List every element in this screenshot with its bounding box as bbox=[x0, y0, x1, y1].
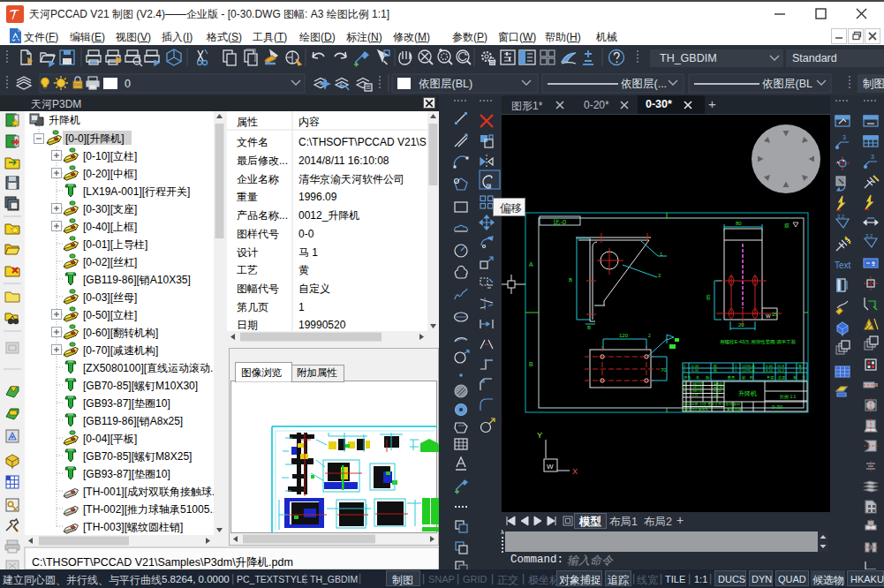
svg-text:[0-0][升降机]: [0-0][升降机] bbox=[65, 132, 125, 145]
svg-text:0-31: 0-31 bbox=[691, 368, 699, 373]
svg-text:数量: 数量 bbox=[728, 375, 735, 380]
svg-text:W: W bbox=[547, 463, 554, 471]
svg-text:3.2: 3.2 bbox=[865, 233, 873, 238]
svg-text:序号: 序号 bbox=[684, 375, 691, 380]
svg-text:[0-30][支座]: [0-30][支座] bbox=[83, 203, 137, 215]
svg-text:称: 称 bbox=[706, 375, 710, 380]
svg-text:[TH-001][成对双联角接触球...]: [TH-001][成对双联角接触球...] bbox=[83, 486, 223, 498]
svg-text:1996.09: 1996.09 bbox=[298, 191, 337, 203]
svg-text:1: 1 bbox=[298, 301, 305, 313]
svg-text:Y: Y bbox=[537, 431, 542, 440]
svg-text:[GB93-87][垫圈10]: [GB93-87][垫圈10] bbox=[83, 397, 170, 410]
svg-text:80: 80 bbox=[736, 221, 742, 226]
svg-text:注: 注 bbox=[802, 375, 806, 380]
svg-text:板: 板 bbox=[713, 368, 717, 373]
svg-text:[0-70][减速机构]: [0-70][减速机构] bbox=[83, 344, 158, 357]
svg-text:[0-03][丝母]: [0-03][丝母] bbox=[83, 291, 137, 304]
svg-text:3: 3 bbox=[871, 154, 874, 160]
svg-text:1: 1 bbox=[872, 260, 875, 267]
svg-text:0-33: 0-33 bbox=[692, 394, 699, 397]
svg-text:产品名称...: 产品名称... bbox=[237, 209, 288, 222]
svg-text:[TH-002][推力球轴承51005...]: [TH-002][推力球轴承51005...] bbox=[83, 503, 222, 516]
svg-text:X: X bbox=[572, 467, 578, 476]
svg-text:制图: 制图 bbox=[863, 78, 884, 90]
svg-text:备: 备 bbox=[793, 375, 797, 380]
svg-text:依图层(...: 依图层(... bbox=[621, 78, 667, 90]
svg-text:附加属性: 附加属性 bbox=[297, 367, 338, 378]
svg-text:[TH-003][螺纹圆柱销]: [TH-003][螺纹圆柱销] bbox=[83, 521, 183, 533]
svg-text:95: 95 bbox=[706, 294, 711, 300]
svg-text:马 1: 马 1 bbox=[298, 246, 318, 259]
svg-text:Standard: Standard bbox=[792, 52, 837, 64]
svg-text:B: B bbox=[569, 277, 572, 283]
svg-text:比例 1:1: 比例 1:1 bbox=[780, 394, 797, 400]
svg-text:8.10: 8.10 bbox=[766, 368, 774, 373]
svg-text:螺钉M10: 螺钉M10 bbox=[714, 386, 725, 389]
svg-text:名: 名 bbox=[696, 375, 699, 380]
svg-text:2014/8/11 16:10:08: 2014/8/11 16:10:08 bbox=[298, 155, 389, 167]
svg-text:GB/T70: GB/T70 bbox=[692, 386, 702, 389]
svg-text:最后修改...: 最后修改... bbox=[237, 155, 288, 167]
svg-text:[0-60][翻转机构]: [0-60][翻转机构] bbox=[83, 327, 158, 339]
svg-text:用螺栓E-43压,用弹性垫圈 调平工装: 用螺栓E-43压,用弹性垫圈 调平工装 bbox=[720, 339, 797, 345]
svg-text:[GB70-85][螺钉M10X30]: [GB70-85][螺钉M10X30] bbox=[83, 380, 198, 392]
svg-text:材: 材 bbox=[741, 375, 746, 381]
svg-text:20: 20 bbox=[738, 322, 744, 328]
svg-text:文件名: 文件名 bbox=[237, 136, 268, 148]
svg-text:C:\THSOFT\PCCAD V21\S: C:\THSOFT\PCCAD V21\S bbox=[298, 136, 427, 148]
svg-text:8: 8 bbox=[684, 389, 685, 393]
svg-text:19990520: 19990520 bbox=[298, 319, 346, 331]
svg-text:企业名称: 企业名称 bbox=[237, 173, 279, 185]
svg-text:70: 70 bbox=[661, 367, 667, 373]
svg-text:2: 2 bbox=[658, 273, 661, 278]
svg-text:升降机: 升降机 bbox=[49, 114, 80, 126]
svg-text:W: W bbox=[766, 313, 771, 319]
svg-text:单重: 单重 bbox=[767, 375, 774, 380]
svg-text:Text: Text bbox=[835, 260, 851, 270]
svg-text:销A10: 销A10 bbox=[713, 389, 722, 393]
svg-text:设计: 设计 bbox=[237, 246, 258, 259]
svg-text:第几页: 第几页 bbox=[237, 301, 268, 313]
svg-text:自定义: 自定义 bbox=[298, 283, 330, 295]
svg-text:比-0: 比-0 bbox=[554, 218, 566, 226]
svg-text:120: 120 bbox=[619, 333, 629, 338]
svg-text:0012_升降机: 0012_升降机 bbox=[298, 209, 359, 222]
svg-text:16.2: 16.2 bbox=[777, 368, 785, 373]
svg-text:2: 2 bbox=[648, 333, 651, 338]
svg-text:总重: 总重 bbox=[777, 375, 786, 380]
svg-text:25: 25 bbox=[772, 312, 778, 317]
svg-text:0: 0 bbox=[125, 78, 131, 90]
svg-text:内容: 内容 bbox=[298, 116, 320, 128]
svg-text:3.2: 3.2 bbox=[837, 214, 845, 219]
svg-text:0-0: 0-0 bbox=[298, 228, 314, 240]
svg-text:[GB119-86][销A8x25]: [GB119-86][销A8x25] bbox=[83, 415, 183, 427]
svg-text:图幅代号: 图幅代号 bbox=[237, 283, 279, 295]
svg-text:9: 9 bbox=[684, 386, 685, 389]
svg-text:A: A bbox=[529, 261, 533, 268]
svg-text:筋板: 筋板 bbox=[714, 394, 720, 397]
svg-text:[LX19A-001][行程开关]: [LX19A-001][行程开关] bbox=[83, 185, 190, 198]
svg-text:[0-20][中框]: [0-20][中框] bbox=[83, 168, 137, 180]
svg-text:黄: 黄 bbox=[298, 264, 309, 276]
svg-text:[0-10][立柱]: [0-10][立柱] bbox=[83, 150, 137, 162]
svg-text:Q235-A: Q235-A bbox=[742, 368, 755, 373]
svg-text:[0-40][上框]: [0-40][上框] bbox=[83, 221, 137, 233]
svg-text:B: B bbox=[587, 325, 591, 330]
svg-text:[0-50][立柱]: [0-50][立柱] bbox=[83, 309, 137, 321]
svg-text:GB/T119: GB/T119 bbox=[692, 389, 704, 393]
svg-text:[0-02][丝杠]: [0-02][丝杠] bbox=[83, 256, 137, 268]
svg-text:3: 3 bbox=[842, 134, 846, 140]
svg-text:TH_GBDIM: TH_GBDIM bbox=[660, 52, 717, 64]
svg-text:[GB70-85][螺钉M8X25]: [GB70-85][螺钉M8X25] bbox=[83, 450, 192, 463]
svg-text:0-30: 0-30 bbox=[772, 404, 783, 410]
svg-text:属性: 属性 bbox=[237, 116, 258, 128]
svg-text:[0-04][平板]: [0-04][平板] bbox=[83, 433, 137, 445]
svg-text:[GB93-87][垫圈10]: [GB93-87][垫圈10] bbox=[83, 468, 170, 480]
svg-text:重量: 重量 bbox=[237, 191, 258, 203]
svg-text:7: 7 bbox=[684, 394, 685, 397]
svg-text:[ZX5080100][直线运动滚动...]: [ZX5080100][直线运动滚动...] bbox=[83, 362, 222, 374]
svg-text:[GB119-86][销A10X35]: [GB119-86][销A10X35] bbox=[83, 274, 191, 286]
svg-text:清华京渝天河软件公司: 清华京渝天河软件公司 bbox=[298, 173, 404, 185]
svg-text:双: 双 bbox=[784, 222, 790, 229]
svg-text:依图层(BL: 依图层(BL bbox=[762, 78, 812, 90]
